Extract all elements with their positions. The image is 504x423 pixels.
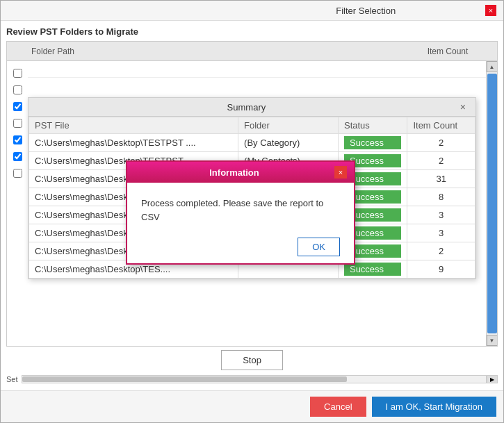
info-title: Information	[134, 167, 334, 178]
summary-title: Summary	[35, 102, 457, 113]
set-label: Set	[6, 375, 18, 383]
col-folder: Folder	[238, 117, 339, 134]
status-badge: Success	[344, 136, 401, 149]
scroll-thumb[interactable]	[487, 74, 497, 333]
col-pst-file: PST File	[29, 117, 238, 134]
footer: Cancel I am OK, Start Migration	[1, 390, 503, 422]
cell-status: Success	[338, 134, 407, 152]
cell-count: 9	[407, 260, 475, 279]
vertical-scrollbar[interactable]: ▲ ▼	[486, 61, 497, 346]
info-message: Process completed. Please save the repor…	[127, 183, 354, 231]
horizontal-scroll-bar: Set ▶	[6, 374, 498, 385]
summary-row-0: C:\Users\meghas\Desktop\TESTPST .... (By…	[29, 134, 475, 152]
col-item-count: Item Count	[407, 117, 475, 134]
checkbox-4[interactable]	[7, 115, 28, 131]
cell-count: 2	[407, 152, 475, 170]
cell-count: 2	[407, 134, 475, 152]
checkbox-1[interactable]	[7, 65, 28, 81]
h-scroll-right-arrow[interactable]: ▶	[487, 375, 498, 383]
folder-path-header: Folder Path	[7, 47, 409, 56]
table-row	[28, 61, 486, 78]
cell-folder: (By Category)	[238, 134, 339, 152]
cell-count: 31	[407, 170, 475, 188]
table-header-row: Folder Path Item Count	[7, 42, 497, 61]
cell-count: 8	[407, 188, 475, 206]
cell-count: 3	[407, 206, 475, 224]
title-bar: Filter Selection ×	[1, 1, 503, 21]
stop-row: Stop	[6, 347, 498, 374]
ok-button[interactable]: OK	[298, 238, 340, 256]
checkbox-3[interactable]	[7, 98, 28, 115]
h-scrollbar[interactable]	[22, 375, 487, 383]
info-footer: OK	[127, 231, 354, 263]
info-close-button[interactable]: ×	[334, 166, 347, 179]
cell-pst: C:\Users\meghas\Desktop\TESTPST ....	[29, 134, 238, 152]
info-title-bar: Information ×	[127, 162, 354, 183]
main-window: Filter Selection × Review PST Folders to…	[0, 0, 504, 423]
window-title: Filter Selection	[247, 6, 486, 16]
stop-button[interactable]: Stop	[221, 350, 283, 370]
summary-title-bar: Summary ×	[29, 98, 475, 117]
cell-count: 3	[407, 224, 475, 242]
scroll-up-arrow[interactable]: ▲	[487, 61, 498, 72]
summary-close-button[interactable]: ×	[457, 101, 469, 113]
h-scroll-thumb	[22, 376, 347, 382]
review-label: Review PST Folders to Migrate	[6, 26, 498, 37]
cancel-button[interactable]: Cancel	[310, 397, 366, 417]
checkbox-5[interactable]	[7, 131, 28, 148]
checkbox-column	[7, 61, 28, 346]
checkbox-7[interactable]	[7, 165, 28, 181]
start-migration-button[interactable]: I am OK, Start Migration	[372, 397, 496, 417]
col-status: Status	[338, 117, 407, 134]
window-close-button[interactable]: ×	[485, 5, 496, 16]
checkbox-2[interactable]	[7, 81, 28, 98]
item-count-header: Item Count	[409, 47, 486, 56]
cell-count: 2	[407, 242, 475, 260]
information-dialog: Information × Process completed. Please …	[126, 160, 355, 265]
footer-buttons: Cancel I am OK, Start Migration	[310, 397, 496, 417]
checkbox-6[interactable]	[7, 148, 28, 165]
scroll-down-arrow[interactable]: ▼	[487, 335, 498, 346]
